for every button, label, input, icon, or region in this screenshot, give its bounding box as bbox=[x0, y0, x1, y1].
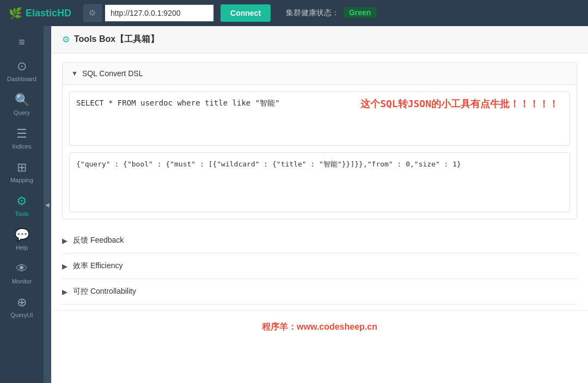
page-title: Tools Box【工具箱】 bbox=[74, 34, 159, 45]
footer-text: 程序羊：www.codesheep.cn bbox=[262, 322, 377, 331]
sql-convert-dsl-section: ▼ SQL Convert DSL SELECT * FROM userdoc … bbox=[62, 62, 577, 219]
sidebar-label-query: Query bbox=[14, 109, 30, 116]
queryui-icon: ⊕ bbox=[17, 295, 27, 310]
sidebar-item-dashboard[interactable]: ⊙ Dashboard bbox=[0, 54, 44, 88]
chevron-right-icon-efficiency: ▶ bbox=[62, 262, 68, 270]
url-section: ⛭ bbox=[83, 4, 214, 22]
network-icon: ⛭ bbox=[83, 4, 102, 22]
sidebar-item-tools[interactable]: ⚙ Tools bbox=[0, 189, 44, 223]
topnav: 🌿 ElasticHD ⛭ Connect 集群健康状态： Green bbox=[0, 0, 588, 26]
monitor-icon: 👁 bbox=[16, 262, 28, 276]
sql-input-text: SELECT * FROM userdoc where title like "… bbox=[76, 98, 280, 107]
sidebar-label-tools: Tools bbox=[15, 211, 29, 217]
connect-button[interactable]: Connect bbox=[220, 4, 271, 22]
cluster-status: 集群健康状态： Green bbox=[286, 8, 376, 18]
mapping-icon: ⊞ bbox=[17, 160, 27, 175]
sidebar-item-indices[interactable]: ☰ Indices bbox=[0, 121, 44, 155]
status-label: 集群健康状态： bbox=[286, 8, 339, 17]
efficiency-label: 效率 Efficiency bbox=[73, 261, 123, 271]
sidebar-item-mapping[interactable]: ⊞ Mapping bbox=[0, 155, 44, 189]
app-logo: 🌿 ElasticHD bbox=[9, 7, 71, 20]
sidebar-label-dashboard: Dashboard bbox=[7, 76, 36, 82]
sidebar-label-mapping: Mapping bbox=[10, 177, 33, 183]
help-icon: 💬 bbox=[15, 228, 29, 242]
status-value: Green bbox=[344, 7, 376, 18]
controllability-label: 可控 Controllability bbox=[73, 287, 136, 296]
sql-input-box: SELECT * FROM userdoc where title like "… bbox=[69, 91, 570, 146]
efficiency-section[interactable]: ▶ 效率 Efficiency bbox=[62, 254, 577, 279]
sidebar-item-monitor[interactable]: 👁 Monitor bbox=[0, 256, 44, 290]
chevron-right-icon-controllability: ▶ bbox=[62, 288, 68, 296]
sidebar-collapse-arrow[interactable]: ◀ bbox=[44, 26, 51, 383]
feedback-label: 反馈 Feedback bbox=[73, 236, 124, 245]
main-content: ⚙ Tools Box【工具箱】 ▼ SQL Convert DSL SELEC… bbox=[51, 26, 588, 383]
feedback-section[interactable]: ▶ 反馈 Feedback bbox=[62, 228, 577, 254]
sql-convert-dsl-label: SQL Convert DSL bbox=[82, 69, 143, 78]
logo-icon: 🌿 bbox=[9, 7, 22, 20]
tools-icon: ⚙ bbox=[16, 194, 27, 208]
dsl-output-box: {"query" : {"bool" : {"must" : [{"wildca… bbox=[69, 152, 570, 212]
annotation-text: 这个SQL转JSON的小工具有点牛批！！！！！ bbox=[360, 97, 559, 110]
main-layout: ≡ ⊙ Dashboard 🔍 Query ☰ Indices ⊞ Mappin… bbox=[0, 26, 588, 383]
sidebar: ≡ ⊙ Dashboard 🔍 Query ☰ Indices ⊞ Mappin… bbox=[0, 26, 44, 383]
chevron-down-icon: ▼ bbox=[71, 70, 78, 77]
sidebar-label-monitor: Monitor bbox=[12, 278, 32, 285]
indices-icon: ☰ bbox=[16, 127, 27, 141]
sidebar-hamburger[interactable]: ≡ bbox=[0, 30, 44, 54]
chevron-right-icon-feedback: ▶ bbox=[62, 237, 68, 245]
page-header-icon: ⚙ bbox=[62, 34, 70, 45]
sidebar-label-indices: Indices bbox=[13, 143, 32, 150]
url-input[interactable] bbox=[105, 4, 214, 22]
sidebar-item-help[interactable]: 💬 Help bbox=[0, 223, 44, 256]
dashboard-icon: ⊙ bbox=[17, 59, 27, 73]
footer: 程序羊：www.codesheep.cn bbox=[51, 310, 588, 344]
sql-convert-dsl-header[interactable]: ▼ SQL Convert DSL bbox=[63, 63, 577, 85]
sql-convert-dsl-body: SELECT * FROM userdoc where title like "… bbox=[63, 91, 577, 212]
sidebar-label-help: Help bbox=[16, 244, 28, 251]
dsl-output-text: {"query" : {"bool" : {"must" : [{"wildca… bbox=[76, 160, 461, 168]
sidebar-item-queryui[interactable]: ⊕ QueryUI bbox=[0, 290, 44, 324]
controllability-section[interactable]: ▶ 可控 Controllability bbox=[62, 279, 577, 305]
sidebar-label-queryui: QueryUI bbox=[11, 312, 33, 318]
page-header: ⚙ Tools Box【工具箱】 bbox=[51, 26, 588, 53]
logo-text: ElasticHD bbox=[26, 8, 71, 19]
query-icon: 🔍 bbox=[15, 93, 29, 107]
sidebar-item-query[interactable]: 🔍 Query bbox=[0, 88, 44, 121]
